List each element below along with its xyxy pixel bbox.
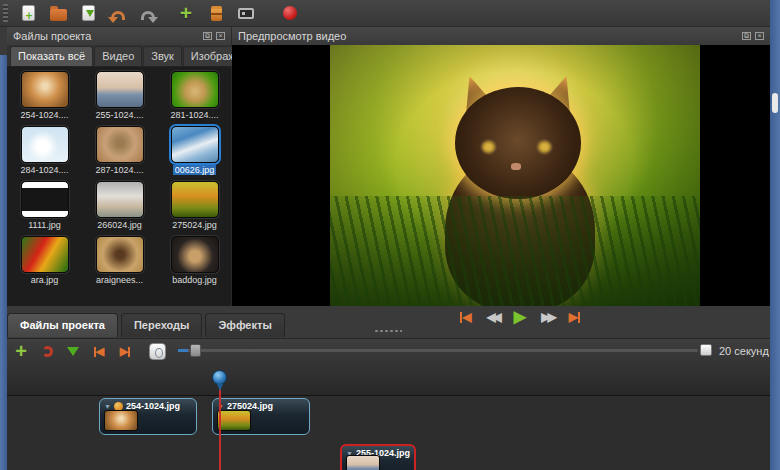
clip-thumbnail — [104, 410, 138, 431]
file-item[interactable]: 275024.jpg — [157, 181, 232, 236]
video-display[interactable] — [232, 45, 770, 306]
file-item[interactable]: 266024.jpg — [82, 181, 157, 236]
file-thumbnail — [96, 71, 144, 108]
preview-frame-kitten-image — [330, 45, 700, 306]
zoom-scale-box[interactable] — [700, 344, 712, 356]
play-button[interactable]: ▶ — [514, 310, 526, 324]
record-icon — [283, 6, 297, 20]
file-name: 255-1024.... — [93, 110, 145, 120]
jump-start-button[interactable]: ◀ — [460, 310, 472, 324]
file-name: 00626.jpg — [173, 165, 217, 175]
save-project-button[interactable] — [76, 3, 100, 23]
playback-controls: ◀ ◀◀ ▶ ▶▶ ▶ — [300, 310, 740, 324]
preview-panel-header: Предпросмотр видео ⧉ × — [232, 27, 770, 45]
open-project-button[interactable] — [46, 3, 70, 23]
file-thumbnail — [21, 71, 69, 108]
marker-icon — [67, 347, 79, 356]
tab-project-files[interactable]: Файлы проекта — [7, 313, 118, 337]
file-item[interactable]: 281-1024.... — [157, 71, 232, 126]
close-panel-icon[interactable]: × — [755, 32, 764, 40]
toolbar-drag-handle[interactable] — [3, 4, 8, 22]
file-thumbnail — [171, 236, 219, 273]
tab-video[interactable]: Видео — [94, 46, 142, 66]
undo-button[interactable] — [106, 3, 130, 23]
float-panel-icon[interactable]: ⧉ — [742, 32, 751, 40]
plus-icon: + — [180, 4, 192, 22]
files-filter-tabs: Показать всё Видео Звук Изображение » — [7, 45, 231, 67]
redo-icon — [141, 11, 155, 20]
file-thumbnail — [171, 181, 219, 218]
new-project-button[interactable]: + — [16, 3, 40, 23]
redo-button[interactable] — [136, 3, 160, 23]
file-thumbnail — [21, 126, 69, 163]
clip-thumbnail — [217, 410, 251, 431]
file-item[interactable]: araignees... — [82, 236, 157, 291]
file-item[interactable]: 254-1024.... — [7, 71, 82, 126]
preview-panel-title: Предпросмотр видео — [238, 30, 738, 42]
files-grid: 254-1024.... 255-1024.... 281-1024.... 2… — [7, 67, 232, 310]
jump-end-button[interactable]: ▶ — [569, 310, 581, 324]
fullscreen-button[interactable] — [234, 3, 258, 23]
tab-show-all[interactable]: Показать всё — [10, 46, 93, 66]
tab-audio[interactable]: Звук — [143, 46, 182, 66]
file-thumbnail — [171, 71, 219, 108]
import-sequence-button[interactable] — [204, 3, 228, 23]
file-item[interactable]: 284-1024.... — [7, 126, 82, 181]
add-marker-button[interactable] — [60, 341, 86, 363]
dock-tabs: Файлы проекта Переходы Эффекты — [7, 310, 288, 337]
file-thumbnail — [96, 236, 144, 273]
files-panel-header: Файлы проекта ⧉ × — [7, 27, 231, 45]
splitter-handle[interactable] — [374, 329, 402, 333]
rewind-button[interactable]: ◀◀ — [486, 310, 498, 324]
main-toolbar: + + — [0, 0, 770, 27]
add-track-button[interactable]: + — [8, 341, 34, 363]
chevron-down-icon[interactable]: ▼ — [104, 403, 111, 410]
file-name: ara.jpg — [29, 275, 61, 285]
snapping-button[interactable] — [34, 341, 60, 363]
next-marker-button[interactable]: ▶ — [112, 341, 138, 363]
fast-forward-button[interactable]: ▶▶ — [541, 310, 553, 324]
timeline-clip-selected[interactable]: ▼255-1024.jpg — [340, 444, 416, 470]
razor-icon — [149, 343, 166, 360]
playhead-handle[interactable] — [212, 370, 227, 385]
razor-tool-button[interactable] — [144, 341, 170, 363]
file-name: 266024.jpg — [95, 220, 144, 230]
timeline-clip[interactable]: ▼254-1024.jpg — [99, 398, 197, 435]
new-file-icon: + — [22, 5, 35, 21]
tab-transitions[interactable]: Переходы — [121, 313, 203, 337]
page-scrollbar-thumb[interactable] — [772, 93, 778, 113]
undo-icon — [111, 11, 125, 20]
float-panel-icon[interactable]: ⧉ — [203, 32, 212, 40]
video-preview-panel: Предпросмотр видео ⧉ × — [232, 27, 770, 306]
timeline-ruler[interactable]: 00:00:37:20 00:00:20 00:00:40 00:01:00 0… — [0, 364, 770, 396]
export-video-button[interactable] — [278, 3, 302, 23]
close-panel-icon[interactable]: × — [216, 32, 225, 40]
file-thumbnail — [171, 126, 219, 163]
playhead-line — [219, 388, 221, 470]
kitten-head — [455, 87, 581, 199]
magnet-icon — [42, 346, 53, 357]
timeline-zoom-slider[interactable] — [178, 349, 698, 352]
file-thumbnail — [96, 126, 144, 163]
page-scrollbar[interactable] — [770, 0, 780, 470]
file-thumbnail — [96, 181, 144, 218]
tab-effects[interactable]: Эффекты — [205, 313, 284, 337]
image-sequence-icon — [211, 6, 222, 21]
zoom-slider-handle[interactable] — [190, 344, 201, 357]
file-thumbnail — [21, 236, 69, 273]
file-item[interactable]: baddog.jpg — [157, 236, 232, 291]
file-item[interactable]: 1111.jpg — [7, 181, 82, 236]
kitten-eye — [482, 141, 495, 153]
timeline-clip[interactable]: ▼275024.jpg — [212, 398, 310, 435]
openshot-window: + + Файлы проекта ⧉ × Показать всё Видео… — [0, 0, 780, 470]
timeline-tracks: ▼Дорожка 4 ▼Дорожка 3 ▼254-1024.jpg ▼275… — [0, 396, 770, 470]
file-item-selected[interactable]: 00626.jpg — [157, 126, 232, 181]
import-files-button[interactable]: + — [174, 3, 198, 23]
file-name: 287-1024.... — [93, 165, 145, 175]
file-item[interactable]: ara.jpg — [7, 236, 82, 291]
file-item[interactable]: 255-1024.... — [82, 71, 157, 126]
file-name: 1111.jpg — [26, 220, 63, 230]
previous-marker-button[interactable]: ◀ — [86, 341, 112, 363]
project-files-panel: Файлы проекта ⧉ × Показать всё Видео Зву… — [7, 27, 232, 310]
file-item[interactable]: 287-1024.... — [82, 126, 157, 181]
